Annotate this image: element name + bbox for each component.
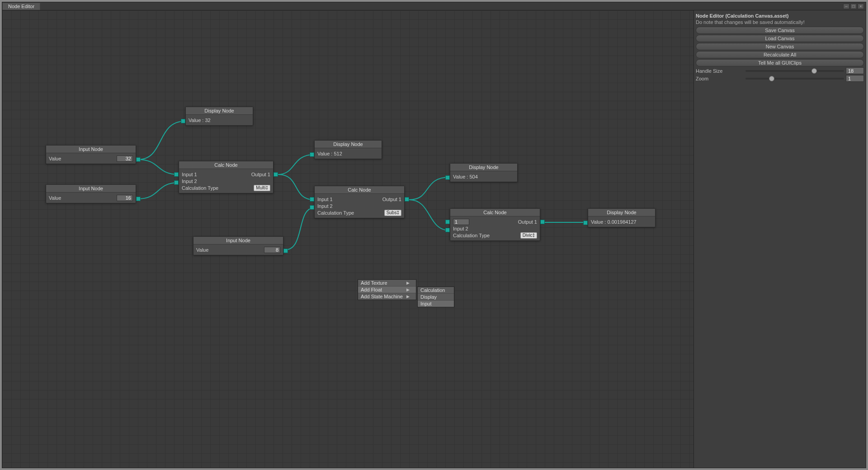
- context-submenu: Calculation Display Input: [417, 287, 454, 307]
- port-in2[interactable]: [174, 180, 179, 185]
- input1-label: Input 1: [317, 197, 382, 202]
- value-input[interactable]: [117, 155, 133, 162]
- display-value: Value : 0.001984127: [591, 219, 652, 225]
- node-title: Input Node: [193, 237, 283, 244]
- submenu-input[interactable]: Input: [418, 301, 454, 307]
- port-in[interactable]: [445, 175, 450, 180]
- load-canvas-button[interactable]: Load Canvas: [696, 35, 864, 42]
- value-label: Value: [49, 195, 117, 201]
- handle-size-label: Handle Size: [696, 68, 745, 74]
- input-node-2[interactable]: Input Node Value: [46, 184, 136, 203]
- context-menu: Add Texture▶ Add Float▶ Add State Machin…: [358, 279, 416, 300]
- zoom-label: Zoom: [696, 76, 745, 81]
- node-title: Display Node: [588, 209, 655, 216]
- calc-node-1[interactable]: Calc Node Input 1Output 1 Input 2 Calcul…: [179, 161, 274, 193]
- calctype-dropdown[interactable]: Subs‡: [384, 210, 401, 216]
- node-title: Display Node: [186, 107, 253, 115]
- submenu-calculation[interactable]: Calculation: [418, 287, 454, 294]
- chevron-right-icon: ▶: [406, 281, 410, 285]
- recalculate-all-button[interactable]: Recalculate All: [696, 51, 864, 58]
- port-in2[interactable]: [445, 228, 450, 232]
- value-label: Value: [196, 247, 264, 253]
- zoom-slider[interactable]: [745, 78, 844, 80]
- calctype-label: Calculation Type: [453, 233, 520, 238]
- node-title: Input Node: [46, 185, 136, 193]
- port-in2[interactable]: [310, 205, 314, 210]
- display-node-3[interactable]: Display Node Value : 504: [450, 163, 518, 182]
- sidebar-title: Node Editor (Calculation Canvas.asset): [696, 12, 864, 19]
- node-title: Input Node: [46, 146, 136, 153]
- display-node-4[interactable]: Display Node Value : 0.001984127: [588, 208, 656, 227]
- output-label: Output 1: [382, 197, 401, 202]
- submenu-display[interactable]: Display: [418, 294, 454, 301]
- port-in[interactable]: [583, 221, 588, 225]
- window-buttons: – □ ×: [843, 4, 866, 9]
- port-out[interactable]: [274, 172, 278, 177]
- display-value: Value : 504: [453, 174, 514, 179]
- close-button[interactable]: ×: [858, 4, 864, 9]
- value-input[interactable]: [117, 195, 133, 201]
- display-node-2[interactable]: Display Node Value : 512: [314, 140, 382, 159]
- port-in[interactable]: [310, 152, 314, 157]
- titlebar: Node Editor – □ ×: [2, 2, 866, 10]
- menu-add-float[interactable]: Add Float▶: [358, 287, 416, 293]
- calc-node-2[interactable]: Calc Node Input 1Output 1 Input 2 Calcul…: [314, 186, 405, 218]
- maximize-button[interactable]: □: [850, 4, 857, 9]
- calctype-dropdown[interactable]: Divic‡: [520, 232, 537, 239]
- menu-add-state-machine[interactable]: Add State Machine▶: [358, 293, 416, 300]
- chevron-right-icon: ▶: [406, 287, 410, 292]
- port-out[interactable]: [136, 157, 141, 162]
- calctype-dropdown[interactable]: Multi‡: [254, 185, 270, 191]
- new-canvas-button[interactable]: New Canvas: [696, 43, 864, 50]
- port-out[interactable]: [283, 249, 288, 253]
- port-out[interactable]: [540, 220, 545, 224]
- output-label: Output 1: [251, 172, 270, 177]
- input2-label: Input 2: [182, 179, 270, 184]
- zoom-field[interactable]: [846, 75, 864, 82]
- input-node-1[interactable]: Input Node Value: [46, 145, 136, 164]
- tell-me-guiclips-button[interactable]: Tell Me all GUIClips: [696, 59, 864, 66]
- calctype-label: Calculation Type: [317, 210, 384, 216]
- editor-window: Node Editor – □ × Display Node Valu: [2, 2, 866, 468]
- handle-size-field[interactable]: [846, 67, 864, 74]
- port-in1[interactable]: [310, 197, 314, 202]
- calc-node-3[interactable]: Calc Node Output 1 Input 2 Calculation T…: [450, 208, 540, 241]
- display-node-1[interactable]: Display Node Value : 32: [185, 107, 253, 126]
- port-in1[interactable]: [445, 220, 450, 224]
- port-out[interactable]: [136, 197, 141, 201]
- save-canvas-button[interactable]: Save Canvas: [696, 27, 864, 34]
- input1-label: Input 1: [182, 172, 251, 177]
- node-title: Display Node: [450, 164, 517, 171]
- input2-label: Input 2: [453, 226, 537, 231]
- node-title: Calc Node: [179, 161, 273, 169]
- handle-size-slider[interactable]: [745, 70, 844, 72]
- sidebar-note: Do note that changes will be saved autom…: [696, 19, 864, 27]
- node-title: Calc Node: [315, 186, 404, 194]
- input2-label: Input 2: [317, 203, 401, 209]
- output-label: Output 1: [518, 219, 537, 225]
- port-in[interactable]: [181, 119, 185, 123]
- node-title: Display Node: [315, 141, 382, 148]
- connection-wires: [2, 10, 693, 468]
- value-input[interactable]: [264, 247, 280, 253]
- port-in1[interactable]: [174, 172, 179, 177]
- display-value: Value : 512: [317, 151, 379, 156]
- menu-add-texture[interactable]: Add Texture▶: [358, 280, 416, 287]
- sidebar: Node Editor (Calculation Canvas.asset) D…: [694, 10, 866, 468]
- minimize-button[interactable]: –: [843, 4, 849, 9]
- input1-value[interactable]: [453, 219, 469, 225]
- input-node-3[interactable]: Input Node Value: [193, 236, 283, 255]
- port-out[interactable]: [405, 197, 409, 202]
- tab-node-editor[interactable]: Node Editor: [2, 3, 40, 10]
- node-canvas[interactable]: Display Node Value : 32 Input Node Value…: [2, 10, 694, 468]
- value-label: Value: [49, 156, 117, 161]
- chevron-right-icon: ▶: [406, 294, 410, 299]
- display-value: Value : 32: [189, 118, 250, 123]
- node-title: Calc Node: [450, 209, 540, 216]
- calctype-label: Calculation Type: [182, 185, 254, 191]
